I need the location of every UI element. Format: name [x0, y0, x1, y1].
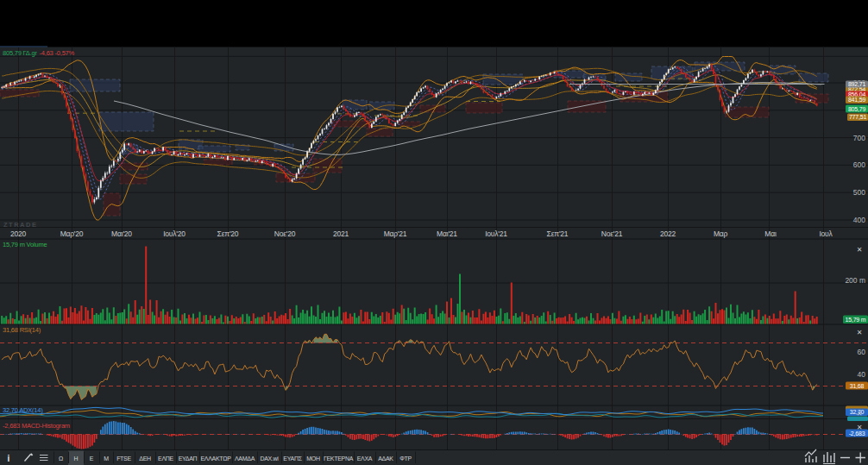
svg-text:Μαι'21: Μαι'21	[437, 229, 457, 238]
svg-text:ZTRADE: ZTRADE	[3, 221, 37, 229]
svg-text:841,59: 841,59	[848, 97, 866, 103]
svg-text:2022: 2022	[660, 229, 676, 238]
svg-text:ΕΛΛΑΚΤΩΡ: ΕΛΛΑΚΤΩΡ	[200, 456, 231, 462]
svg-text:ΜΟΗ: ΜΟΗ	[306, 456, 320, 462]
svg-text:H: H	[74, 456, 79, 462]
svg-text:31,68: 31,68	[850, 383, 865, 389]
svg-text:-4,63 -0,57%: -4,63 -0,57%	[40, 49, 75, 57]
svg-text:2020: 2020	[10, 229, 27, 238]
svg-text:Σεπ'21: Σεπ'21	[547, 229, 569, 238]
svg-text:Μαι'20: Μαι'20	[111, 229, 132, 238]
svg-text:Νοε'20: Νοε'20	[274, 229, 296, 238]
svg-text:Μαρ'20: Μαρ'20	[60, 229, 84, 238]
svg-text:✕: ✕	[857, 424, 863, 431]
svg-text:ΕΛΠΕ: ΕΛΠΕ	[158, 456, 173, 462]
svg-text:60: 60	[858, 348, 866, 356]
svg-text:Μαρ: Μαρ	[714, 229, 728, 238]
svg-text:Νοε'21: Νοε'21	[601, 229, 623, 238]
svg-text:M: M	[104, 456, 109, 462]
svg-text:892,71: 892,71	[848, 81, 866, 87]
svg-text:Ιουλ: Ιουλ	[819, 229, 833, 238]
svg-text:500: 500	[853, 188, 865, 197]
svg-text:Ιουλ'20: Ιουλ'20	[163, 229, 186, 238]
svg-text:ΓΕΚΤΕΡΝΑ: ΓΕΚΤΕΡΝΑ	[324, 456, 354, 462]
svg-text:✕: ✕	[857, 410, 863, 418]
svg-text:32,70 ADX(14): 32,70 ADX(14)	[3, 406, 43, 414]
svg-text:DAX.wi: DAX.wi	[260, 456, 279, 462]
svg-text:FTSE: FTSE	[116, 456, 131, 462]
svg-text:-2,683 MACD-Histogram: -2,683 MACD-Histogram	[3, 422, 70, 430]
svg-text:805,79 ΓΔ.gr: 805,79 ΓΔ.gr	[3, 49, 38, 57]
svg-text:E: E	[90, 456, 94, 462]
svg-text:200 m: 200 m	[845, 276, 865, 285]
svg-text:ΔΕΗ: ΔΕΗ	[139, 456, 151, 462]
svg-text:15,79 m: 15,79 m	[846, 317, 866, 323]
svg-text:i: i	[8, 454, 10, 463]
svg-text:777,51: 777,51	[849, 114, 867, 120]
svg-text:ΑΔΑΚ: ΑΔΑΚ	[378, 456, 393, 462]
svg-text:Μαρ'21: Μαρ'21	[384, 229, 407, 238]
svg-text:805,79: 805,79	[848, 106, 866, 112]
svg-text:2021: 2021	[333, 229, 349, 238]
svg-text:Ιουλ'21: Ιουλ'21	[485, 229, 507, 238]
svg-text:Μαι: Μαι	[764, 229, 777, 238]
svg-text:✕: ✕	[857, 246, 863, 254]
svg-text:ΕΛΧΑ: ΕΛΧΑ	[357, 456, 373, 462]
svg-text:ΦΤΡ: ΦΤΡ	[399, 456, 412, 462]
svg-text:ΕΥΑΠΣ: ΕΥΑΠΣ	[283, 456, 302, 462]
svg-text:ΕΥΔΑΠ: ΕΥΔΑΠ	[179, 456, 198, 462]
svg-text:31,68 RSI(14): 31,68 RSI(14)	[3, 326, 41, 334]
svg-text:ΛΑΜΔΑ: ΛΑΜΔΑ	[235, 456, 255, 462]
svg-text:400: 400	[853, 216, 865, 224]
svg-text:600: 600	[853, 160, 865, 169]
svg-text:-2,683: -2,683	[849, 430, 865, 437]
svg-text:✕: ✕	[857, 329, 863, 336]
svg-text:Ω: Ω	[59, 456, 63, 462]
svg-text:40: 40	[858, 370, 866, 379]
svg-text:Σεπ'20: Σεπ'20	[217, 229, 239, 238]
svg-text:700: 700	[853, 134, 865, 142]
svg-text:15,79 m Volume: 15,79 m Volume	[3, 241, 47, 248]
